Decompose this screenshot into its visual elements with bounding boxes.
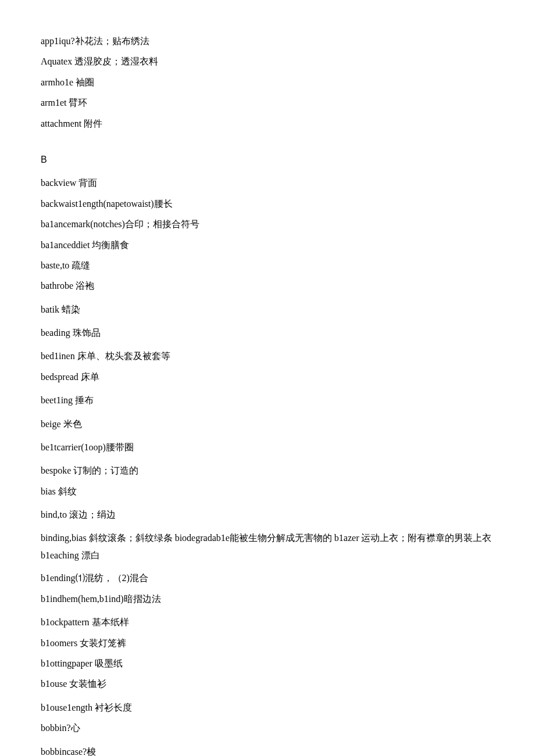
glossary-entry: beet1ing 捶布 — [41, 394, 494, 407]
glossary-entry: beading 珠饰品 — [41, 327, 494, 339]
glossary-entry: beige 米色 — [41, 418, 494, 431]
glossary-entry: attachment 附件 — [41, 117, 494, 130]
glossary-entry: armho1e 袖圈 — [41, 76, 494, 89]
glossary-entry: batik 蜡染 — [41, 303, 494, 316]
glossary-entry: bind,to 滚边；绢边 — [41, 508, 494, 521]
glossary-entry: bobbincase?梭 — [41, 746, 494, 757]
glossary-entry: backview 背面 — [41, 177, 494, 189]
glossary-entry: bobbin?心 — [41, 722, 494, 734]
glossary-entry: b1ouse1ength 衬衫长度 — [41, 701, 494, 714]
glossary-entry: bathrobe 浴袍 — [41, 280, 494, 292]
glossary-entry: b1ending⑴混纺，（2)混合 — [41, 572, 494, 585]
glossary-entry: B — [41, 153, 494, 166]
glossary-entry: be1tcarrier(1oop)腰带圈 — [41, 441, 494, 454]
glossary-entry: b1ouse 女装恤衫 — [41, 678, 494, 690]
glossary-entry: b1ockpattern 基本纸样 — [41, 616, 494, 629]
glossary-entry: b1indhem(hem,b1ind)暗摺边法 — [41, 593, 494, 605]
glossary-entry: ba1anceddiet 均衡膳食 — [41, 239, 494, 252]
glossary-entry: app1iqu?补花法；贴布绣法 — [41, 35, 494, 48]
glossary-entry: ba1ancemark(notches)合印；相接合符号 — [41, 218, 494, 231]
glossary-entry: baste,to 疏缝 — [41, 259, 494, 272]
glossary-entry: b1oomers 女装灯笼裤 — [41, 637, 494, 650]
glossary-entry: backwaist1ength(napetowaist)腰长 — [41, 198, 494, 210]
glossary-entry: Aquatex 透湿胶皮；透湿衣料 — [41, 55, 494, 68]
glossary-entry: bias 斜纹 — [41, 485, 494, 498]
glossary-entry: bespoke 订制的；订造的 — [41, 464, 494, 477]
glossary-entry: bed1inen 床单、枕头套及被套等 — [41, 350, 494, 363]
glossary-entry: b1ottingpaper 吸墨纸 — [41, 657, 494, 670]
glossary-entry: arm1et 臂环 — [41, 96, 494, 109]
glossary-entry: bedspread 床单 — [41, 371, 494, 384]
glossary-entry: binding,bias 斜纹滚条；斜纹绿条 biodegradab1e能被生物… — [41, 529, 494, 565]
